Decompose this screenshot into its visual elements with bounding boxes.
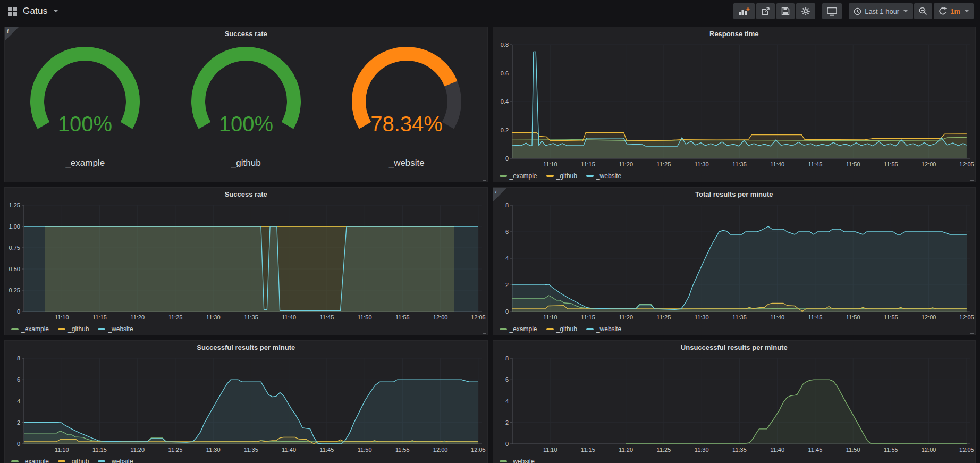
svg-text:11:15: 11:15 xyxy=(92,447,107,453)
save-dashboard-button[interactable] xyxy=(776,3,795,19)
svg-text:11:50: 11:50 xyxy=(358,447,372,453)
legend-label: _website xyxy=(510,458,535,463)
total-results-chart[interactable]: 0246811:1011:1511:2011:2511:3011:3511:40… xyxy=(493,200,976,322)
svg-text:11:30: 11:30 xyxy=(694,161,708,167)
share-icon xyxy=(761,7,770,15)
chart-legend: _website xyxy=(493,454,976,463)
cycle-view-mode-button[interactable] xyxy=(822,3,842,19)
legend-item-_github[interactable]: _github xyxy=(58,458,89,463)
panel-info-corner-icon[interactable]: i xyxy=(5,27,19,41)
legend-item-_website[interactable]: _website xyxy=(98,458,133,463)
svg-text:12:00: 12:00 xyxy=(433,447,448,453)
legend-label: _github xyxy=(68,325,89,333)
svg-text:11:15: 11:15 xyxy=(581,447,595,453)
legend-label: _example xyxy=(21,458,49,463)
legend-label: _website xyxy=(596,172,621,180)
panel-resize-handle[interactable] xyxy=(970,330,974,334)
legend-item-_example[interactable]: _example xyxy=(11,325,49,333)
refresh-interval-caret-icon xyxy=(965,10,969,12)
series-_website xyxy=(626,380,966,444)
panel-info-corner-icon[interactable]: i xyxy=(493,188,507,201)
legend-color-dash xyxy=(500,460,507,462)
panel-resize-handle[interactable] xyxy=(483,330,486,334)
panel-resize-handle[interactable] xyxy=(483,177,486,181)
legend-color-dash xyxy=(98,328,105,330)
svg-text:12:05: 12:05 xyxy=(959,447,974,453)
svg-text:11:45: 11:45 xyxy=(808,314,822,321)
gauge-_github: 100%_github xyxy=(166,40,327,182)
panel-title[interactable]: Total results per minute xyxy=(493,188,976,200)
add-panel-button[interactable] xyxy=(733,3,755,19)
svg-text:11:25: 11:25 xyxy=(656,314,671,321)
panel-title[interactable]: Success rate xyxy=(5,27,487,40)
panel-title[interactable]: Success rate xyxy=(5,188,487,200)
svg-text:12:05: 12:05 xyxy=(959,161,974,167)
chart-grid xyxy=(512,358,970,444)
unsuccessful-results-chart[interactable]: 0246811:1011:1511:2011:2511:3011:3511:40… xyxy=(493,353,976,454)
dashboard-settings-button[interactable] xyxy=(796,3,815,19)
svg-text:11:40: 11:40 xyxy=(282,447,296,453)
svg-text:0.8: 0.8 xyxy=(500,41,508,48)
svg-text:11:45: 11:45 xyxy=(320,314,334,321)
svg-text:11:40: 11:40 xyxy=(282,314,296,321)
svg-text:6: 6 xyxy=(505,376,508,383)
svg-text:11:45: 11:45 xyxy=(320,447,334,453)
legend-item-_website[interactable]: _website xyxy=(586,325,621,333)
dashboard-title[interactable]: Gatus xyxy=(23,6,47,16)
legend-item-_example[interactable]: _example xyxy=(500,325,537,333)
legend-item-_github[interactable]: _github xyxy=(58,325,89,333)
svg-text:6: 6 xyxy=(505,229,508,235)
legend-color-dash xyxy=(11,460,19,462)
svg-text:11:10: 11:10 xyxy=(55,447,69,453)
svg-text:2: 2 xyxy=(505,419,508,426)
add-panel-icon xyxy=(738,7,750,16)
gauge-arc: 100% xyxy=(5,46,165,153)
zoom-out-button[interactable] xyxy=(914,3,932,19)
share-dashboard-button[interactable] xyxy=(756,3,775,19)
legend-color-dash xyxy=(546,328,554,330)
legend-color-dash xyxy=(546,175,554,177)
svg-text:4: 4 xyxy=(17,398,20,405)
clock-icon xyxy=(854,7,861,15)
legend-item-_website[interactable]: _website xyxy=(586,172,621,180)
svg-text:11:45: 11:45 xyxy=(808,447,822,453)
svg-text:12:05: 12:05 xyxy=(959,314,974,321)
panel-total-results: i Total results per minute 0246811:1011:… xyxy=(493,187,976,335)
svg-text:11:40: 11:40 xyxy=(770,447,784,453)
svg-text:11:55: 11:55 xyxy=(395,314,410,321)
gauge-arc: 100% xyxy=(166,46,326,153)
panel-title[interactable]: Unsuccessful results per minute xyxy=(493,341,976,353)
successful-results-chart[interactable]: 0246811:1011:1511:2011:2511:3011:3511:40… xyxy=(5,353,487,454)
svg-text:11:50: 11:50 xyxy=(846,161,860,167)
legend-color-dash xyxy=(58,328,65,330)
zoom-out-icon xyxy=(919,7,927,15)
svg-text:12:05: 12:05 xyxy=(471,314,486,321)
legend-color-dash xyxy=(11,328,19,330)
svg-text:11:20: 11:20 xyxy=(130,447,145,453)
panel-title[interactable]: Response time xyxy=(493,27,976,40)
legend-item-_example[interactable]: _example xyxy=(500,172,537,180)
legend-item-_github[interactable]: _github xyxy=(546,172,577,180)
refresh-interval-label: 1m xyxy=(950,7,960,15)
svg-text:0.50: 0.50 xyxy=(9,266,20,272)
legend-label: _website xyxy=(108,458,133,463)
chart-legend: _example_github_website xyxy=(5,322,487,336)
dashboard-picker-caret-icon[interactable] xyxy=(54,10,58,12)
refresh-button[interactable]: 1m xyxy=(934,3,974,19)
time-range-picker-button[interactable]: Last 1 hour xyxy=(849,3,913,19)
legend-item-_example[interactable]: _example xyxy=(11,458,49,463)
panel-resize-handle[interactable] xyxy=(970,177,974,181)
svg-text:11:50: 11:50 xyxy=(358,314,372,321)
gauge-arc: 78.34% xyxy=(327,46,486,153)
legend-item-_website[interactable]: _website xyxy=(500,458,535,463)
svg-text:0.4: 0.4 xyxy=(500,98,508,105)
legend-label: _website xyxy=(596,325,621,333)
legend-item-_website[interactable]: _website xyxy=(98,325,133,333)
svg-text:11:30: 11:30 xyxy=(694,447,708,453)
success-rate-chart[interactable]: 00.250.500.751.001.2511:1011:1511:2011:2… xyxy=(5,200,487,322)
chart-legend: _example_github_website xyxy=(493,169,976,183)
legend-item-_github[interactable]: _github xyxy=(546,325,577,333)
response-time-chart[interactable]: 00.20.40.60.811:1011:1511:2011:2511:3011… xyxy=(493,40,976,169)
dashboard-grid-icon[interactable] xyxy=(7,6,18,16)
panel-title[interactable]: Successful results per minute xyxy=(5,341,487,353)
